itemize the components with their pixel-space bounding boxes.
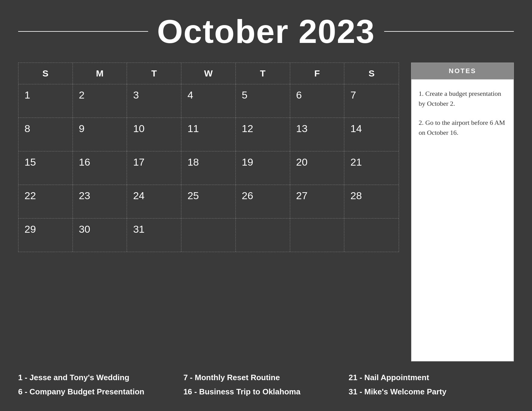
page-title: October 2023 <box>148 12 384 50</box>
calendar-section: SMTWTFS 12345678910111213141516171819202… <box>18 63 399 361</box>
calendar-cell: 7 <box>344 84 399 118</box>
calendar-week-row: 1234567 <box>18 84 399 118</box>
calendar-cell: 17 <box>127 151 181 185</box>
notes-item: 2. Go to the airport before 6 AM on Octo… <box>419 118 506 138</box>
calendar-day-header: M <box>73 63 127 84</box>
calendar-cell: 12 <box>236 118 290 151</box>
calendar-day-header: S <box>18 63 73 84</box>
calendar-cell: 1 <box>18 84 73 118</box>
notes-item: 1. Create a budget presentation by Octob… <box>419 89 506 108</box>
calendar-cell: 13 <box>290 118 345 151</box>
event-item: 6 - Company Budget Presentation <box>18 385 183 399</box>
calendar-cell: 10 <box>127 118 181 151</box>
calendar-header-row: SMTWTFS <box>18 63 399 84</box>
calendar-week-row: 891011121314 <box>18 118 399 151</box>
calendar-cell: 24 <box>127 185 181 218</box>
calendar-cell: 18 <box>181 151 236 185</box>
calendar-cell: 25 <box>181 185 236 218</box>
calendar-day-header: W <box>181 63 236 84</box>
calendar-cell: . <box>290 218 345 252</box>
main-content: SMTWTFS 12345678910111213141516171819202… <box>18 63 514 361</box>
event-item: 16 - Business Trip to Oklahoma <box>183 385 349 399</box>
calendar-cell: 28 <box>344 185 399 218</box>
calendar-day-header: S <box>344 63 399 84</box>
calendar-cell: 30 <box>73 218 127 252</box>
calendar-cell: 4 <box>181 84 236 118</box>
calendar-week-row: 15161718192021 <box>18 151 399 185</box>
calendar-day-header: T <box>127 63 181 84</box>
notes-body: 1. Create a budget presentation by Octob… <box>411 79 514 361</box>
events-footer: 1 - Jesse and Tony's Wedding7 - Monthly … <box>18 371 514 399</box>
calendar-cell: 5 <box>236 84 290 118</box>
calendar-cell: 2 <box>73 84 127 118</box>
calendar-day-header: T <box>236 63 290 84</box>
event-item: 31 - Mike's Welcome Party <box>349 385 514 399</box>
title-line-right <box>384 31 514 32</box>
calendar-cell: 8 <box>18 118 73 151</box>
calendar-cell: 21 <box>344 151 399 185</box>
calendar-cell: . <box>181 218 236 252</box>
calendar-cell: 14 <box>344 118 399 151</box>
event-item: 21 - Nail Appointment <box>349 371 514 385</box>
calendar-cell: 29 <box>18 218 73 252</box>
calendar-cell: 20 <box>290 151 345 185</box>
calendar-cell: 9 <box>73 118 127 151</box>
event-item: 7 - Monthly Reset Routine <box>183 371 349 385</box>
calendar-cell: 31 <box>127 218 181 252</box>
calendar-cell: 3 <box>127 84 181 118</box>
calendar-cell: 19 <box>236 151 290 185</box>
calendar-cell: 26 <box>236 185 290 218</box>
calendar-cell: 15 <box>18 151 73 185</box>
notes-section: NOTES 1. Create a budget presentation by… <box>411 63 514 361</box>
calendar-week-row: 22232425262728 <box>18 185 399 218</box>
calendar-cell: 27 <box>290 185 345 218</box>
calendar-cell: 23 <box>73 185 127 218</box>
notes-header: NOTES <box>411 63 514 79</box>
calendar-cell: 22 <box>18 185 73 218</box>
calendar-cell: 6 <box>290 84 345 118</box>
calendar-cell: . <box>236 218 290 252</box>
calendar-cell: 16 <box>73 151 127 185</box>
calendar-cell: . <box>344 218 399 252</box>
calendar-cell: 11 <box>181 118 236 151</box>
calendar-week-row: 293031.... <box>18 218 399 252</box>
title-line-left <box>18 31 148 32</box>
event-item: 1 - Jesse and Tony's Wedding <box>18 371 183 385</box>
calendar-grid: SMTWTFS 12345678910111213141516171819202… <box>18 63 399 252</box>
title-section: October 2023 <box>18 12 514 50</box>
calendar-day-header: F <box>290 63 345 84</box>
